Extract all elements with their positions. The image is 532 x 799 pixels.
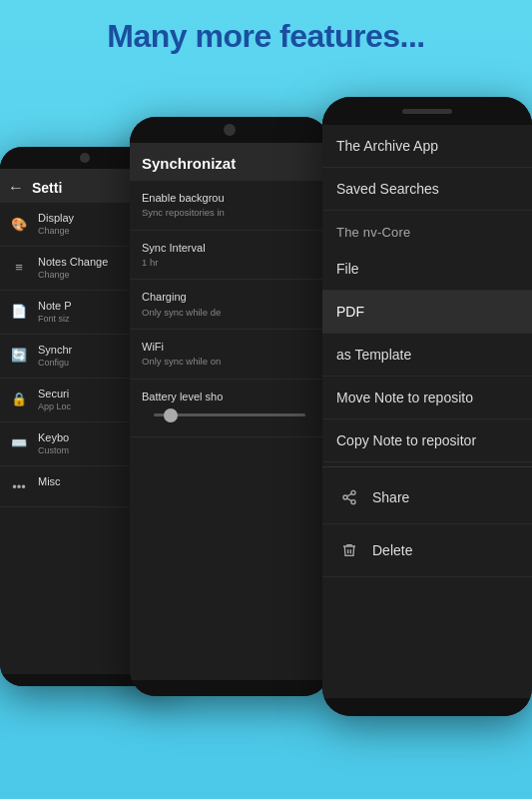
sync-item-label: Enable backgrou: [142, 191, 317, 205]
menu-item-label: Saved Searches: [336, 181, 439, 197]
menu-list-item[interactable]: The Archive App: [322, 125, 532, 168]
phone-menu-bottom-bar: [322, 698, 532, 716]
menu-item-label: Move Note to reposito: [336, 390, 473, 405]
settings-item-icon: ≡: [8, 257, 30, 279]
menu-items-container: The Archive App Saved Searches The nv-Co…: [322, 125, 532, 577]
sync-header: Synchronizat: [130, 143, 329, 181]
svg-point-0: [351, 490, 355, 494]
speaker-slot: [402, 109, 452, 114]
sync-item-sub: Sync repositories in: [142, 207, 317, 219]
menu-item-label: Share: [372, 489, 409, 505]
menu-list-item[interactable]: Copy Note to repositor: [322, 419, 532, 462]
phones-container: ← Setti 🎨 Display Change ≡ Notes Change …: [0, 67, 532, 786]
menu-divider: [322, 466, 532, 467]
sync-list-item[interactable]: Enable backgrou Sync repositories in: [130, 181, 329, 231]
menu-list-item[interactable]: Share: [322, 471, 532, 524]
menu-list-item[interactable]: Saved Searches: [322, 168, 532, 211]
menu-section-header: The nv-Core: [322, 211, 532, 248]
camera-dot: [80, 153, 90, 163]
menu-list-item[interactable]: Delete: [322, 524, 532, 577]
sync-item-label: Charging: [142, 290, 317, 304]
settings-item-icon: ⌨️: [8, 432, 30, 454]
phone-sync-bottom-bar: [130, 680, 329, 696]
svg-line-3: [347, 498, 352, 501]
menu-screen: The Archive App Saved Searches The nv-Co…: [322, 125, 532, 698]
menu-item-label: Delete: [372, 542, 412, 558]
slider-thumb[interactable]: [164, 408, 178, 422]
page-title: Many more features...: [107, 18, 425, 54]
header: Many more features...: [0, 0, 532, 67]
sync-item-sub: Only sync while de: [142, 307, 317, 319]
slider-track[interactable]: [154, 413, 305, 416]
sync-item-label: WiFi: [142, 340, 317, 354]
svg-point-1: [343, 495, 347, 499]
sync-items: Enable backgrou Sync repositories in Syn…: [130, 181, 329, 437]
sync-list-item[interactable]: Charging Only sync while de: [130, 280, 329, 330]
share-icon: [336, 484, 362, 510]
sync-slider-label: Battery level sho: [142, 390, 317, 403]
settings-item-icon: 🎨: [8, 213, 30, 235]
sync-slider-item: Battery level sho: [130, 380, 329, 437]
phone-sync: Synchronizat Enable backgrou Sync reposi…: [130, 117, 329, 696]
sync-camera-dot: [224, 124, 236, 136]
settings-item-icon: 🔒: [8, 389, 30, 410]
menu-list-item[interactable]: as Template: [322, 334, 532, 377]
sync-item-sub: 1 hr: [142, 257, 317, 269]
sync-title: Synchronizat: [142, 155, 236, 172]
phone-menu-top-bar: [322, 97, 532, 125]
menu-list-item[interactable]: Move Note to reposito: [322, 377, 532, 419]
phone-menu: The Archive App Saved Searches The nv-Co…: [322, 97, 532, 716]
sync-item-label: Sync Interval: [142, 241, 317, 255]
svg-point-2: [351, 500, 355, 504]
svg-line-4: [347, 493, 352, 496]
sync-item-sub: Only sync while on: [142, 356, 317, 368]
sync-list-item[interactable]: Sync Interval 1 hr: [130, 231, 329, 281]
phone-sync-top-bar: [130, 117, 329, 143]
settings-title: Setti: [32, 180, 62, 196]
menu-item-label: The Archive App: [336, 138, 438, 154]
sync-slider-row: [142, 403, 317, 426]
back-arrow-icon[interactable]: ←: [8, 179, 24, 197]
settings-item-icon: 🔄: [8, 345, 30, 367]
settings-item-icon: 📄: [8, 301, 30, 323]
menu-list-item[interactable]: PDF: [322, 291, 532, 334]
menu-item-label: as Template: [336, 347, 411, 363]
menu-item-label: PDF: [336, 304, 364, 320]
menu-list-item[interactable]: File: [322, 248, 532, 291]
menu-item-label: Copy Note to repositor: [336, 432, 476, 448]
settings-item-icon: •••: [8, 476, 30, 498]
delete-icon: [336, 537, 362, 563]
menu-item-label: File: [336, 261, 359, 277]
sync-list-item[interactable]: WiFi Only sync while on: [130, 330, 329, 380]
sync-screen: Synchronizat Enable backgrou Sync reposi…: [130, 143, 329, 680]
